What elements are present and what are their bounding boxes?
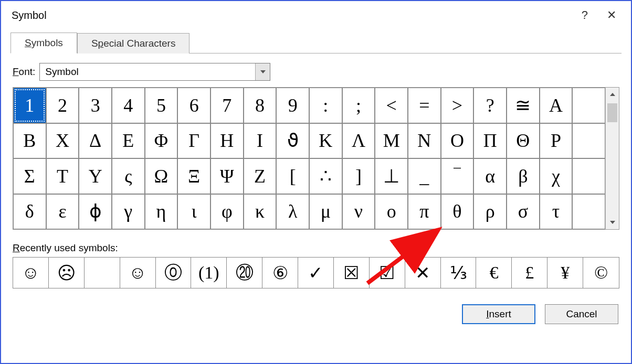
symbol-cell[interactable]: Ο [441, 123, 474, 159]
symbol-cell[interactable]: 2 [46, 88, 79, 123]
scroll-down-icon[interactable] [606, 216, 619, 229]
symbol-cell[interactable]: ς [112, 158, 145, 194]
symbol-cell[interactable]: 9 [276, 88, 309, 123]
recent-symbol-cell[interactable]: ✕ [405, 258, 441, 288]
symbol-cell[interactable]: β [507, 158, 540, 194]
scrollbar[interactable] [605, 88, 619, 229]
symbol-cell[interactable]: σ [507, 194, 540, 230]
symbol-cell[interactable]: Ξ [177, 158, 210, 194]
symbol-cell[interactable]: Β [13, 123, 46, 159]
symbol-cell[interactable] [572, 123, 605, 159]
tab-special-characters[interactable]: Special Characters [77, 33, 190, 53]
symbol-cell[interactable]: ] [342, 158, 375, 194]
symbol-cell[interactable]: Ε [112, 123, 145, 159]
symbol-cell[interactable]: Ζ [244, 158, 277, 194]
symbol-cell[interactable]: ⊥ [375, 158, 408, 194]
symbol-cell[interactable]: π [408, 194, 441, 230]
symbol-cell[interactable]: Ι [244, 123, 277, 159]
symbol-cell[interactable]: φ [210, 194, 244, 230]
symbol-cell[interactable]: 6 [177, 88, 210, 123]
symbol-cell[interactable]: κ [244, 194, 277, 230]
symbol-cell[interactable]: Π [473, 123, 507, 159]
recent-symbol-cell[interactable]: £ [512, 258, 547, 288]
symbol-cell[interactable]: ϑ [276, 123, 309, 159]
symbol-cell[interactable]: Τ [46, 158, 79, 194]
symbol-cell[interactable]: μ [309, 194, 342, 230]
symbol-cell[interactable]: 1 [13, 88, 46, 123]
symbol-cell[interactable]: Ν [408, 123, 441, 159]
recent-symbol-cell[interactable]: ⑳ [227, 258, 262, 288]
symbol-cell[interactable]: Α [540, 88, 573, 123]
symbol-cell[interactable]: ; [342, 88, 375, 123]
symbol-cell[interactable]: Ψ [210, 158, 244, 194]
symbol-cell[interactable]: 5 [145, 88, 178, 123]
symbol-cell[interactable]: θ [441, 194, 474, 230]
symbol-cell[interactable]: ρ [473, 194, 507, 230]
symbol-cell[interactable]: = [408, 88, 441, 123]
recent-symbol-cell[interactable]: ☹ [49, 258, 85, 288]
recent-symbol-cell[interactable]: ⑥ [262, 258, 298, 288]
symbol-cell[interactable]: ο [375, 194, 408, 230]
recent-symbol-cell[interactable]: © [583, 258, 619, 288]
symbol-cell[interactable]: τ [540, 194, 573, 230]
symbol-cell[interactable]: Σ [13, 158, 46, 194]
help-icon[interactable]: ? [582, 8, 588, 22]
recent-symbol-cell[interactable]: ⓪ [156, 258, 192, 288]
recent-symbol-cell[interactable]: ⅓ [441, 258, 477, 288]
symbol-cell[interactable] [572, 194, 605, 230]
symbol-cell[interactable]: ∴ [309, 158, 342, 194]
symbol-cell[interactable]: ι [177, 194, 210, 230]
symbol-cell[interactable]: δ [13, 194, 46, 230]
symbol-cell[interactable]: Δ [79, 123, 112, 159]
symbol-cell[interactable]: 4 [112, 88, 145, 123]
recent-symbol-cell[interactable]: ¥ [547, 258, 583, 288]
recent-symbol-cell[interactable]: ☺ [120, 258, 156, 288]
symbol-cell[interactable]: 7 [210, 88, 244, 123]
symbol-cell[interactable]: 8 [244, 88, 277, 123]
scroll-thumb[interactable] [607, 103, 617, 122]
symbol-cell[interactable]: : [309, 88, 342, 123]
symbol-cell[interactable]: Χ [46, 123, 79, 159]
symbol-cell[interactable]: α [473, 158, 507, 194]
symbol-cell[interactable] [572, 158, 605, 194]
symbol-cell[interactable]: ν [342, 194, 375, 230]
symbol-cell[interactable]: Λ [342, 123, 375, 159]
symbol-cell[interactable]: _ [408, 158, 441, 194]
symbol-cell[interactable]: χ [540, 158, 573, 194]
symbol-cell[interactable]: Ω [145, 158, 178, 194]
symbol-cell[interactable]: > [441, 88, 474, 123]
symbol-cell[interactable]: [ [276, 158, 309, 194]
symbol-cell[interactable]: γ [112, 194, 145, 230]
symbol-cell[interactable]: 3 [79, 88, 112, 123]
symbol-cell[interactable] [572, 88, 605, 123]
symbol-cell[interactable]: ε [46, 194, 79, 230]
recent-symbol-cell[interactable]: ✓ [298, 258, 334, 288]
insert-button[interactable]: Insert [462, 304, 535, 324]
symbol-cell[interactable]: Θ [507, 123, 540, 159]
recent-symbol-cell[interactable]: ☑ [370, 258, 405, 288]
recent-symbol-cell[interactable]: ☺ [13, 258, 49, 288]
symbol-cell[interactable]: ‾ [441, 158, 474, 194]
symbol-cell[interactable]: Υ [79, 158, 112, 194]
symbol-cell[interactable]: Μ [375, 123, 408, 159]
symbol-cell[interactable]: Γ [177, 123, 210, 159]
recent-symbol-cell[interactable]: € [476, 258, 512, 288]
font-select[interactable]: Symbol [39, 63, 270, 81]
symbol-cell[interactable]: ? [473, 88, 507, 123]
recent-symbol-cell[interactable]: ☒ [334, 258, 370, 288]
symbol-cell[interactable]: λ [276, 194, 309, 230]
symbol-cell[interactable]: η [145, 194, 178, 230]
symbol-cell[interactable]: Ρ [540, 123, 573, 159]
symbol-cell[interactable]: < [375, 88, 408, 123]
recent-symbol-cell[interactable]: (1) [191, 258, 227, 288]
symbol-cell[interactable]: ≅ [507, 88, 540, 123]
scroll-up-icon[interactable] [606, 88, 619, 101]
recent-symbol-cell[interactable] [85, 258, 120, 288]
symbol-cell[interactable]: ϕ [79, 194, 112, 230]
close-icon[interactable]: ✕ [607, 8, 616, 22]
cancel-button[interactable]: Cancel [545, 304, 618, 324]
symbol-cell[interactable]: Η [210, 123, 244, 159]
symbol-cell[interactable]: Κ [309, 123, 342, 159]
chevron-down-icon[interactable] [255, 63, 270, 80]
tab-symbols[interactable]: Symbols [10, 33, 77, 53]
